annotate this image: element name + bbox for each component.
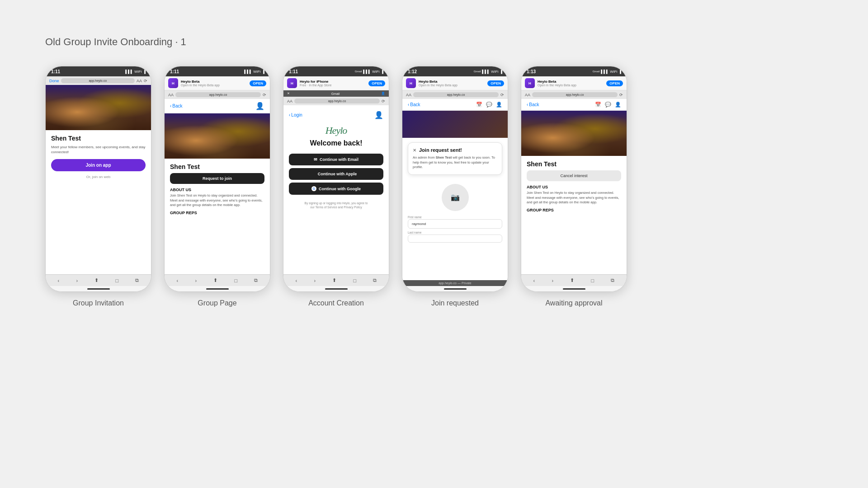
phone-content-2: Shen Test Request to join ABOUT US Join … — [165, 113, 270, 274]
avatar-placeholder-4[interactable]: 📷 — [442, 184, 469, 211]
profile-icon-4[interactable]: 👤 — [496, 102, 502, 108]
about-title-5: ABOUT US — [527, 185, 621, 189]
open-app-button-2[interactable]: OPEN — [250, 80, 266, 86]
phone-frame-3: 1:11 Gmail ▌▌▌ WiFi ▐ H Heylo for iPhone… — [283, 66, 389, 292]
banner-app-name-5: Heylo Beta — [538, 80, 604, 84]
continue-apple-button[interactable]: Continue with Apple — [289, 168, 383, 180]
open-app-button-4[interactable]: OPEN — [487, 80, 504, 86]
url-bar-3[interactable]: app.heylo.co — [294, 99, 380, 103]
login-nav-3: ‹ Login 👤 — [289, 111, 383, 119]
refresh-icon-5[interactable]: ⟳ — [619, 93, 623, 97]
modal-title: Join request sent! — [419, 147, 462, 153]
group-reps-2: GROUP REPS — [170, 211, 264, 215]
bookmarks-icon-1[interactable]: □ — [116, 278, 119, 283]
forward-nav-icon-5[interactable]: › — [552, 278, 553, 283]
time-5: 1:13 — [527, 69, 536, 74]
profile-icon-5[interactable]: 👤 — [615, 102, 621, 108]
bookmarks-icon-5[interactable]: □ — [591, 278, 594, 283]
bookmarks-icon-2[interactable]: □ — [235, 278, 238, 283]
done-button-1[interactable]: Done — [49, 79, 59, 83]
modal-close-button[interactable]: ✕ — [413, 148, 416, 153]
about-title-2: ABOUT US — [170, 188, 264, 192]
back-button-2[interactable]: ‹ Back — [170, 103, 183, 108]
battery-icon-5: ▐ — [618, 70, 621, 74]
home-bar-3 — [325, 288, 348, 290]
bookmarks-icon-3[interactable]: □ — [354, 278, 357, 283]
heylo-app-icon-2: H — [168, 78, 178, 88]
chat-icon-5[interactable]: 💬 — [605, 102, 611, 108]
profile-icon-2[interactable]: 👤 — [255, 102, 264, 110]
continue-email-label: Continue with Email — [320, 157, 359, 162]
time-4: 1:12 — [408, 69, 417, 74]
open-app-button-5[interactable]: OPEN — [606, 80, 623, 86]
open-app-button-3[interactable]: OPEN — [368, 80, 385, 86]
app-banner-2: H Heylo Beta Open in the Heylo Beta app … — [165, 76, 270, 90]
aa-icon-4: AA — [406, 93, 411, 97]
chat-icon-4[interactable]: 💬 — [486, 102, 492, 108]
continue-email-button[interactable]: ✉ Continue with Email — [289, 154, 383, 165]
banner-app-name-2: Heylo Beta — [181, 80, 247, 84]
browser-bar-1: Done app.heylo.co AA ⟳ — [46, 76, 151, 85]
close-icon-3[interactable]: ✕ — [287, 92, 290, 95]
tabs-icon-5[interactable]: ⧉ — [611, 277, 614, 283]
profile-icon-bar-3[interactable]: 👤 — [381, 92, 385, 95]
forward-nav-icon-3[interactable]: › — [314, 278, 316, 283]
phone-content-1: Shen Test Meet your fellow members, see … — [46, 85, 151, 274]
forward-nav-icon-1[interactable]: › — [76, 278, 78, 283]
phone-account-creation: 1:11 Gmail ▌▌▌ WiFi ▐ H Heylo for iPhone… — [283, 66, 389, 307]
refresh-icon-2[interactable]: ⟳ — [263, 93, 266, 97]
battery-icon-2: ▐ — [262, 70, 264, 74]
aa-icon-2: AA — [168, 93, 174, 97]
home-indicator-1 — [46, 286, 151, 291]
back-nav-icon-2[interactable]: ‹ — [177, 278, 179, 283]
back-button-4[interactable]: ‹ Back — [408, 102, 420, 107]
url-bar-4[interactable]: app.heylo.co — [413, 92, 499, 97]
signal-icon-4: ▌▌▌ — [482, 70, 490, 74]
battery-icon-3: ▐ — [381, 70, 383, 74]
refresh-icon-4[interactable]: ⟳ — [500, 93, 504, 97]
forward-nav-icon-2[interactable]: › — [195, 278, 197, 283]
first-name-input[interactable]: raymond — [408, 219, 502, 229]
share-icon-5[interactable]: ⬆ — [570, 277, 574, 283]
calendar-icon-5[interactable]: 📅 — [595, 102, 601, 108]
signal-icon-3: ▌▌▌ — [363, 70, 371, 74]
nav-icons-5: 📅 💬 👤 — [595, 102, 621, 108]
join-req-content: ✕ Join request sent! An admin from Shen … — [402, 138, 508, 280]
heylo-logo-3: Heylo — [326, 125, 347, 136]
back-button-5[interactable]: ‹ Back — [527, 102, 539, 107]
wifi-icon-1: WiFi — [134, 70, 142, 74]
url-bar-2[interactable]: app.heylo.co — [175, 92, 261, 97]
phone-label-5: Awaiting approval — [545, 299, 602, 307]
nav-icons-4: 📅 💬 👤 — [476, 102, 502, 108]
continue-google-button[interactable]: G Continue with Google — [289, 183, 383, 195]
share-icon-3[interactable]: ⬆ — [332, 277, 336, 283]
refresh-icon-3[interactable]: ⟳ — [382, 99, 385, 103]
url-bar-1[interactable]: app.heylo.co — [61, 78, 135, 83]
last-name-input[interactable] — [408, 235, 502, 243]
app-nav-5: ‹ Back 📅 💬 👤 — [521, 99, 627, 111]
back-nav-icon-1[interactable]: ‹ — [58, 278, 60, 283]
back-nav-icon-5[interactable]: ‹ — [533, 278, 535, 283]
tabs-icon-1[interactable]: ⧉ — [135, 277, 139, 283]
phone-frame-5: 1:13 Gmail ▌▌▌ WiFi ▐ H Heylo Beta Open … — [521, 66, 627, 292]
phones-row: 1:11 ▌▌▌ WiFi ▐ Done app.heylo.co AA ⟳ — [45, 66, 627, 307]
tabs-icon-3[interactable]: ⧉ — [373, 277, 377, 283]
home-bar-5 — [563, 288, 585, 290]
cancel-interest-button[interactable]: Cancel interest — [527, 170, 621, 181]
calendar-icon-4[interactable]: 📅 — [476, 102, 482, 108]
request-join-button[interactable]: Request to join — [170, 173, 264, 184]
tabs-icon-2[interactable]: ⧉ — [254, 277, 258, 283]
url-bar-5[interactable]: app.heylo.co — [532, 92, 618, 97]
join-on-app-button[interactable]: Join on app — [51, 159, 146, 171]
status-icons-1: ▌▌▌ WiFi ▐ — [125, 70, 146, 74]
browser-icons-1: AA ⟳ — [137, 79, 147, 83]
refresh-icon-1[interactable]: ⟳ — [144, 79, 147, 83]
login-back-3[interactable]: ‹ Login — [289, 113, 302, 117]
login-content-3: ‹ Login 👤 Heylo Welcome back! ✉ Continue… — [283, 105, 389, 274]
back-nav-icon-3[interactable]: ‹ — [296, 278, 297, 283]
share-icon-1[interactable]: ⬆ — [94, 277, 99, 283]
gmail-bar-3: ✕ Gmail 👤 — [283, 90, 389, 97]
login-profile-icon-3[interactable]: 👤 — [374, 111, 383, 119]
join-on-web-link[interactable]: Or, join on web — [51, 175, 146, 179]
share-icon-2[interactable]: ⬆ — [213, 277, 217, 283]
